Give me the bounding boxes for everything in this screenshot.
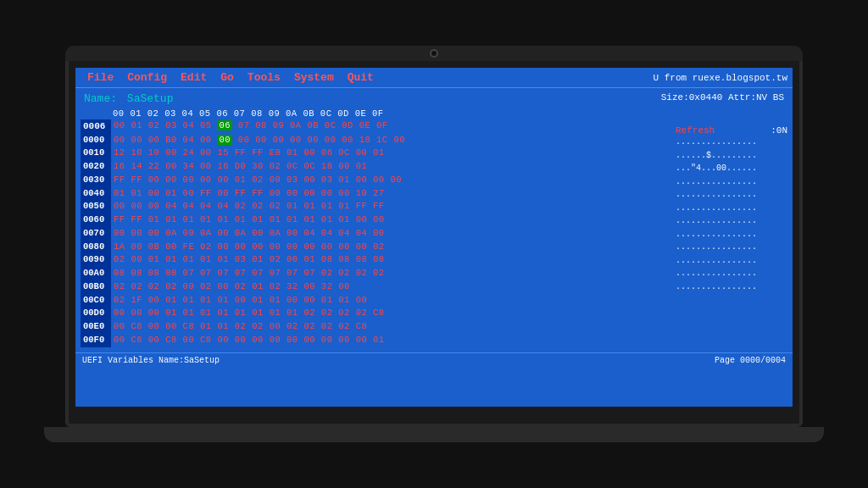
menu-quit[interactable]: Quit	[341, 70, 381, 85]
ascii-row: ................	[676, 228, 787, 241]
hex-addr: 0000	[81, 134, 111, 147]
hex-addr: 0090	[81, 253, 111, 267]
table-row: 0000 00 00 00 B0 04 00 00 00 00 00 00 00…	[81, 134, 669, 147]
hex-addr: 00A0	[81, 267, 111, 280]
hex-column-header: 00 01 02 03 04 05 06 07 08 09 0A 0B 0C 0…	[113, 108, 384, 119]
table-row: 0040 01 01 00 01 00 FF 00 FF FF 00 00 00…	[81, 187, 669, 201]
menu-go[interactable]: Go	[214, 70, 241, 85]
hex-bytes: 00 C8 00 00 C8 01 01 02 02 00 02 02 02 0…	[114, 320, 367, 334]
menu-config[interactable]: Config	[120, 70, 174, 85]
menu-file[interactable]: File	[81, 70, 120, 85]
hex-addr: 0070	[81, 227, 111, 241]
refresh-label: Refresh :0N	[676, 125, 787, 136]
name-row: Name: SaSetup	[84, 92, 173, 105]
table-row: 00C0 02 1F 00 01 01 01 01 00 01 01 00 00…	[81, 294, 669, 308]
ascii-row: ................	[676, 267, 787, 280]
hex-bytes: 08 08 08 08 07 07 07 07 07 07 07 07 02 0…	[114, 267, 385, 280]
hex-bytes: 1A 00 0B 00 FE 02 00 00 00 00 00 00 00 0…	[114, 241, 385, 254]
table-row: 00D0 00 00 00 01 01 01 01 01 01 01 01 02…	[81, 307, 669, 320]
table-row: 0050 00 00 00 04 04 04 04 02 02 02 01 01…	[81, 200, 669, 214]
ascii-row: ................	[676, 136, 787, 149]
menu-bar: File Config Edit Go Tools System Quit U …	[75, 68, 793, 88]
ascii-row: ..."4...00......	[676, 162, 787, 175]
menu-system[interactable]: System	[287, 70, 341, 85]
hex-addr: 0050	[81, 200, 111, 214]
webcam	[430, 49, 438, 58]
table-row: 00F0 00 C8 00 C8 00 C8 00 00 00 00 00 00…	[81, 334, 669, 347]
menu-right-text: U from ruexe.blogspot.tw	[654, 73, 787, 83]
hex-bytes: 02 00 01 01 01 01 01 03 01 02 00 01 08 0…	[114, 253, 385, 267]
hex-addr: 0040	[81, 187, 111, 201]
hex-addr: 0060	[81, 214, 111, 227]
hex-bytes: 02 02 02 02 00 02 00 02 01 02 32 00 32 0…	[114, 280, 350, 294]
menu-edit[interactable]: Edit	[174, 70, 214, 85]
hex-bytes: 00 01 02 03 04 05 06 07 08 09 0A 0B 0C 0…	[114, 119, 388, 134]
table-row: 0010 12 10 10 00 24 00 15 FF FF E8 01 00…	[81, 147, 669, 160]
screen: File Config Edit Go Tools System Quit U …	[75, 68, 793, 407]
table-row: 0006 00 01 02 03 04 05 06 07 08 09 0A 0B…	[81, 119, 669, 134]
hex-addr: 0020	[81, 160, 111, 174]
table-row: 0090 02 00 01 01 01 01 01 03 01 02 00 01…	[81, 253, 669, 267]
hex-addr: 00E0	[81, 320, 111, 334]
hex-bytes: 12 10 10 00 24 00 15 FF FF E8 01 00 06 0…	[114, 147, 385, 160]
table-row: 00A0 08 08 08 08 07 07 07 07 07 07 07 07…	[81, 267, 669, 280]
table-row: 0060 FF FF 01 01 01 01 01 01 01 01 01 01…	[81, 214, 669, 227]
hex-bytes: FF FF 00 00 00 00 00 01 02 00 03 00 03 0…	[114, 174, 402, 187]
hex-bytes: 02 1F 00 01 01 01 01 00 01 01 00 00 01 0…	[114, 294, 367, 308]
hex-bytes: 00 00 00 04 04 04 04 02 02 02 01 01 01 0…	[114, 200, 385, 214]
ascii-row: ................	[676, 241, 787, 254]
table-row: 0030 FF FF 00 00 00 00 00 01 02 00 03 00…	[81, 174, 669, 187]
hex-addr: 0080	[81, 241, 111, 254]
hex-addr: 00F0	[81, 334, 111, 347]
ascii-row: ................	[676, 175, 787, 189]
status-left: UEFI Variables Name:SaSetup	[82, 356, 220, 365]
ascii-row: ................	[676, 254, 787, 268]
hex-bytes: 00 00 00 0A 00 0A 00 0A 00 0A 00 04 04 0…	[114, 227, 385, 241]
ascii-row: ................	[676, 202, 787, 215]
ascii-row: ......$.........	[676, 149, 787, 163]
hex-bytes: 00 00 00 01 01 01 01 01 01 01 01 02 02 0…	[114, 307, 385, 320]
table-row: 0070 00 00 00 0A 00 0A 00 0A 00 0A 00 04…	[81, 227, 669, 241]
menu-tools[interactable]: Tools	[241, 70, 287, 85]
refresh-value: :0N	[771, 125, 787, 136]
status-bar: UEFI Variables Name:SaSetup Page 0000/00…	[75, 352, 793, 368]
hex-addr: 0010	[81, 147, 111, 160]
hex-addr: 0030	[81, 174, 111, 187]
size-label: Size:0x0440 Attr:NV BS	[661, 92, 784, 105]
status-right: Page 0000/0004	[715, 356, 786, 365]
ascii-row: ................	[676, 280, 787, 294]
hex-addr: 00B0	[81, 280, 111, 294]
table-row: 00E0 00 C8 00 00 C8 01 01 02 02 00 02 02…	[81, 320, 669, 334]
ascii-row: ................	[676, 188, 787, 202]
ascii-row: ................	[676, 214, 787, 228]
hex-bytes: 16 14 22 00 34 00 16 D0 30 02 0C 0C 18 0…	[114, 160, 367, 174]
hex-bytes: 00 00 00 B0 04 00 00 00 00 00 00 00 00 0…	[114, 134, 405, 147]
hex-addr: 00D0	[81, 307, 111, 320]
hex-addr: 0006	[81, 119, 111, 134]
table-row: 00B0 02 02 02 02 00 02 00 02 01 02 32 00…	[81, 280, 669, 294]
table-row: 0080 1A 00 0B 00 FE 02 00 00 00 00 00 00…	[81, 241, 669, 254]
hex-bytes: 00 C8 00 C8 00 C8 00 00 00 00 00 00 00 0…	[114, 334, 385, 347]
hex-bytes: 01 01 00 01 00 FF 00 FF FF 00 00 00 00 0…	[114, 187, 385, 201]
table-row: 0020 16 14 22 00 34 00 16 D0 30 02 0C 0C…	[81, 160, 669, 174]
hex-bytes: FF FF 01 01 01 01 01 01 01 01 01 01 01 0…	[114, 214, 385, 227]
hex-addr: 00C0	[81, 294, 111, 308]
